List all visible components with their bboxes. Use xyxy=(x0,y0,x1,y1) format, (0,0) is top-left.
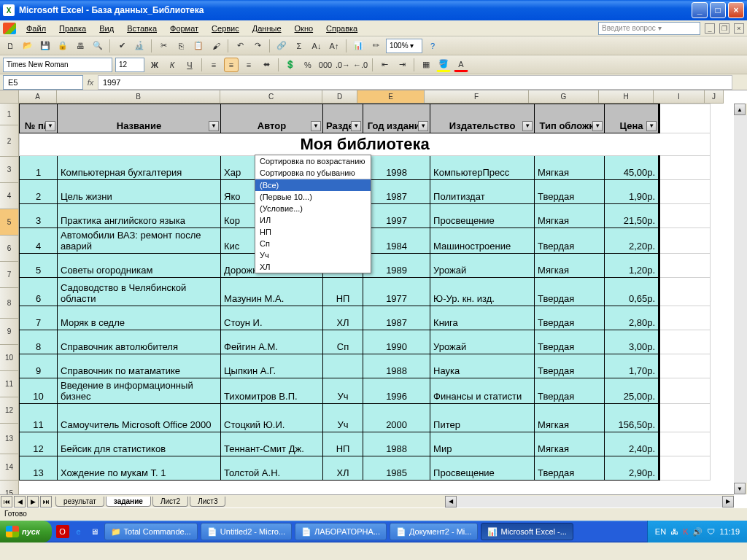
redo-icon[interactable]: ↷ xyxy=(250,39,265,53)
percent-icon[interactable]: % xyxy=(301,58,315,72)
language-indicator[interactable]: EN xyxy=(655,527,666,536)
start-button[interactable]: пуск xyxy=(0,521,52,542)
minimize-button[interactable]: _ xyxy=(692,2,708,18)
align-right-icon[interactable]: ≡ xyxy=(241,58,256,72)
spellcheck-icon[interactable]: ✔ xyxy=(115,39,129,53)
menu-data[interactable]: Данные xyxy=(247,23,287,34)
tab-first-icon[interactable]: ⏮ xyxy=(1,496,12,508)
sheet-tab[interactable]: задание xyxy=(106,497,151,507)
new-icon[interactable]: 🗋 xyxy=(3,39,18,53)
filter-opt[interactable]: ИЛ xyxy=(255,214,371,226)
underline-icon[interactable]: Ч xyxy=(182,58,197,72)
currency-icon[interactable]: 💲 xyxy=(283,58,298,72)
menu-file[interactable]: Файл xyxy=(20,23,52,34)
menu-edit[interactable]: Правка xyxy=(53,23,92,34)
opera-icon[interactable]: O xyxy=(56,525,69,538)
open-icon[interactable]: 📂 xyxy=(20,39,35,53)
save-icon[interactable]: 💾 xyxy=(38,39,53,53)
menu-view[interactable]: Вид xyxy=(93,23,120,34)
menu-format[interactable]: Формат xyxy=(164,23,204,34)
table-row[interactable]: 11Самоучитель Microsoft Office 2000Стоцк… xyxy=(20,404,711,432)
table-row[interactable]: 8Справочник автолюбителяФейгин А.М.Сп199… xyxy=(20,330,711,354)
italic-icon[interactable]: К xyxy=(165,58,179,72)
filter-dropdown-icon[interactable]: ▼ xyxy=(209,121,219,131)
font-color-icon[interactable]: A xyxy=(454,58,468,72)
tray-icon[interactable]: 🛡 xyxy=(707,527,715,536)
comma-icon[interactable]: 000 xyxy=(318,58,333,72)
row-header[interactable]: 2 xyxy=(0,125,19,157)
filter-dropdown-icon[interactable]: ▼ xyxy=(311,121,321,131)
inc-decimal-icon[interactable]: .0→ xyxy=(336,58,350,72)
row-header[interactable]: 14 xyxy=(0,454,19,481)
column-header[interactable]: E xyxy=(357,90,425,104)
tray-icon[interactable]: 🖧 xyxy=(670,527,678,536)
fill-color-icon[interactable]: 🪣 xyxy=(436,58,451,72)
scroll-right-icon[interactable]: ▶ xyxy=(722,496,734,508)
row-header[interactable]: 6 xyxy=(0,236,19,262)
cut-icon[interactable]: ✂ xyxy=(156,39,171,53)
format-painter-icon[interactable]: 🖌 xyxy=(209,39,223,53)
help-icon[interactable]: ? xyxy=(425,39,440,53)
filter-custom[interactable]: (Условие...) xyxy=(255,203,371,214)
autosum-icon[interactable]: Σ xyxy=(292,39,306,53)
sort-desc-icon[interactable]: A↑ xyxy=(327,39,341,53)
row-header[interactable]: 4 xyxy=(0,183,19,209)
filter-opt[interactable]: ХЛ xyxy=(255,261,371,273)
row-header[interactable]: 12 xyxy=(0,397,19,424)
menu-help[interactable]: Справка xyxy=(320,23,363,34)
filter-dropdown-icon[interactable]: ▼ xyxy=(592,121,603,131)
mdi-restore-button[interactable]: ❐ xyxy=(719,23,729,34)
drawing-icon[interactable]: ✏ xyxy=(368,39,383,53)
filter-top10[interactable]: (Первые 10...) xyxy=(255,191,371,203)
align-center-icon[interactable]: ≡ xyxy=(224,58,239,72)
filter-dropdown-icon[interactable]: ▼ xyxy=(646,121,657,131)
zoom-combo[interactable]: 100% ▾ xyxy=(386,39,422,53)
sheet-tab[interactable]: Лист2 xyxy=(152,497,188,507)
ie-icon[interactable]: e xyxy=(72,525,85,538)
column-header[interactable]: D xyxy=(322,90,357,104)
ask-a-question-input[interactable]: Введите вопрос ▾ xyxy=(598,22,700,35)
hyperlink-icon[interactable]: 🔗 xyxy=(274,39,289,53)
filter-opt[interactable]: Сп xyxy=(255,238,371,249)
scroll-down-icon[interactable]: ▼ xyxy=(734,483,746,494)
filter-dropdown-icon[interactable]: ▼ xyxy=(418,121,428,131)
formula-input[interactable]: 1997 xyxy=(98,75,732,90)
column-header[interactable]: G xyxy=(529,90,599,104)
mdi-close-button[interactable]: × xyxy=(734,23,744,34)
row-header[interactable]: 11 xyxy=(0,371,19,397)
sheet-tab[interactable]: Лист3 xyxy=(190,497,225,507)
font-size-combo[interactable]: 12 xyxy=(115,58,144,72)
scroll-up-icon[interactable]: ▲ xyxy=(734,104,746,115)
close-button[interactable]: × xyxy=(728,2,744,18)
maximize-button[interactable]: □ xyxy=(710,2,726,18)
sort-asc-icon[interactable]: A↓ xyxy=(309,39,324,53)
task-button[interactable]: 📄 Untitled2 - Micro... xyxy=(201,523,292,540)
chart-icon[interactable]: 📊 xyxy=(351,39,365,53)
column-header[interactable]: C xyxy=(220,90,322,104)
column-header[interactable]: A xyxy=(19,90,57,104)
print-icon[interactable]: 🖶 xyxy=(73,39,88,53)
bold-icon[interactable]: Ж xyxy=(147,58,162,72)
tab-last-icon[interactable]: ⏭ xyxy=(40,496,52,508)
select-all-corner[interactable] xyxy=(0,90,19,104)
align-left-icon[interactable]: ≡ xyxy=(206,58,221,72)
border-icon[interactable]: ▦ xyxy=(419,58,433,72)
column-header[interactable]: B xyxy=(57,90,220,104)
column-header[interactable]: I xyxy=(654,90,705,104)
paste-icon[interactable]: 📋 xyxy=(191,39,206,53)
column-header[interactable]: H xyxy=(599,90,654,104)
row-header[interactable]: 3 xyxy=(0,157,19,183)
tab-next-icon[interactable]: ▶ xyxy=(27,496,39,508)
undo-icon[interactable]: ↶ xyxy=(233,39,247,53)
filter-sort-asc[interactable]: Сортировка по возрастанию xyxy=(255,155,371,167)
preview-icon[interactable]: 🔍 xyxy=(90,39,105,53)
table-row[interactable]: 7Моряк в седлеСтоун И.ХЛ1987КнигаТвердая… xyxy=(20,306,711,330)
name-box[interactable]: E5 xyxy=(3,75,83,90)
task-button[interactable]: 📄 Документ2 - Mi... xyxy=(390,523,478,540)
menu-tools[interactable]: Сервис xyxy=(206,23,245,34)
table-row[interactable]: 12Бейсик для статистиковТеннант-Смит Дж.… xyxy=(20,432,711,456)
task-button[interactable]: 📄 ЛАБОРАТОРНА... xyxy=(295,523,387,540)
row-header[interactable]: 9 xyxy=(0,319,19,345)
inc-indent-icon[interactable]: ⇥ xyxy=(395,58,409,72)
row-header[interactable]: 8 xyxy=(0,288,19,319)
